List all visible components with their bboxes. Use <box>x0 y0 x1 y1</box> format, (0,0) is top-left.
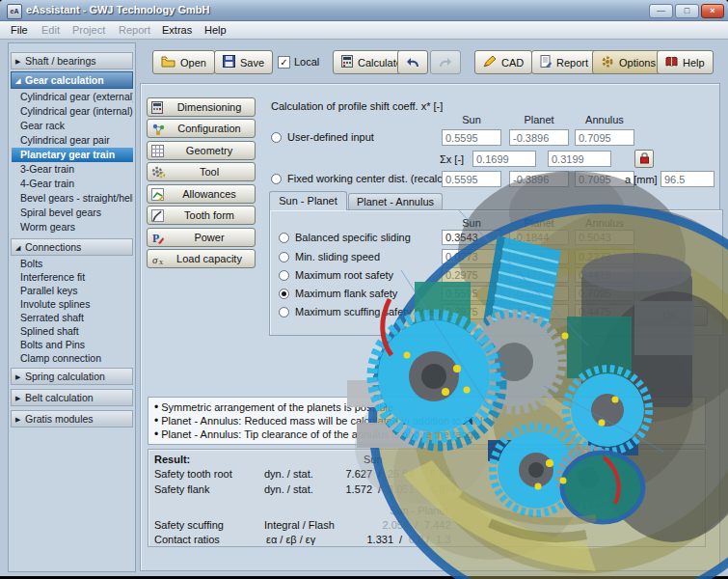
max-root-safety-radio[interactable] <box>279 270 289 281</box>
min-sliding-sun-field[interactable] <box>442 249 501 264</box>
load-capacity-button[interactable]: σxLoad capacity <box>147 249 256 268</box>
balanced-sun-field[interactable] <box>442 230 501 245</box>
tool-button[interactable]: Tool <box>147 162 256 181</box>
sidebar-item-planetary-gear-train[interactable]: Planetary gear train <box>12 148 133 162</box>
result-value: 7.627 <box>332 468 372 480</box>
max-flank-annulus-field[interactable] <box>575 286 634 301</box>
svg-text:x: x <box>159 258 163 265</box>
min-sliding-annulus-field[interactable] <box>575 249 634 264</box>
help-button[interactable]: Help <box>657 50 714 74</box>
tooth-form-button[interactable]: Tooth form <box>147 206 256 225</box>
sidebar-section-connections[interactable]: ◢Connections <box>11 238 133 256</box>
sidebar-item-spiral-bevel-gears[interactable]: Spiral bevel gears <box>12 206 133 220</box>
grid-header-annulus: Annulus <box>575 217 634 229</box>
max-root-sun-field[interactable] <box>442 267 501 283</box>
user-defined-input-radio[interactable] <box>271 132 282 143</box>
separator: / <box>415 519 418 531</box>
dimensioning-button[interactable]: Dimensioning <box>147 97 256 117</box>
chevron-right-icon: ▶ <box>15 370 25 385</box>
redo-button <box>430 50 461 74</box>
close-button[interactable]: × <box>701 4 724 18</box>
max-scuffing-annulus-field[interactable] <box>575 304 634 319</box>
sidebar-item-cylindrical-gear-pair[interactable]: Cylindrical gear pair <box>12 133 133 148</box>
menu-file[interactable]: File <box>6 23 33 37</box>
user-defined-sun-field[interactable] <box>442 129 501 146</box>
cad-button[interactable]: CAD <box>474 50 532 74</box>
sidebar-section-belt-calculation[interactable]: ▶Belt calculation <box>11 389 133 406</box>
sidebar-item-3-gear-train[interactable]: 3-Gear train <box>12 162 133 177</box>
sidebar-item-bolts[interactable]: Bolts <box>12 257 133 271</box>
max-root-annulus-field[interactable] <box>575 267 634 283</box>
user-defined-planet-field[interactable] <box>509 129 569 146</box>
open-button[interactable]: Open <box>152 50 215 74</box>
sidebar-item-serrated-shaft[interactable]: Serrated shaft <box>12 311 133 325</box>
menu-extras[interactable]: Extras <box>157 23 197 37</box>
fixed-center-dist-radio[interactable] <box>271 174 282 184</box>
max-root-planet-field[interactable] <box>509 267 569 283</box>
menu-project: Project <box>67 23 110 37</box>
sidebar-item-splined-shaft[interactable]: Splined shaft <box>12 324 133 339</box>
grid-header-sun: Sun <box>442 217 501 229</box>
max-flank-planet-field[interactable] <box>509 286 569 301</box>
sidebar-section-gratis-modules[interactable]: ▶Gratis modules <box>11 410 133 427</box>
lock-button[interactable] <box>634 150 654 168</box>
max-flank-sun-field[interactable] <box>442 286 501 301</box>
fixed-sun-field[interactable] <box>442 171 501 187</box>
power-button[interactable]: PPower <box>147 228 256 247</box>
column-header-planet: Planet <box>509 114 569 125</box>
sidebar-section-spring-calculation[interactable]: ▶Spring calculation <box>11 368 133 385</box>
sidebar-item-parallel-keys[interactable]: Parallel keys <box>12 284 133 298</box>
sidebar-item-bolts-and-pins[interactable]: Bolts and Pins <box>12 338 133 352</box>
sidebar-item-4-gear-train[interactable]: 4-Gear train <box>12 177 133 191</box>
min-sliding-speed-radio[interactable] <box>279 252 289 262</box>
fixed-planet-field[interactable] <box>509 171 569 187</box>
min-sliding-planet-field[interactable] <box>509 249 569 264</box>
sidebar-item-interference-fit[interactable]: Interference fit <box>12 270 133 285</box>
balanced-annulus-field[interactable] <box>575 230 634 245</box>
menu-help[interactable]: Help <box>200 23 231 37</box>
result-row-label: Contact ratios <box>154 534 220 545</box>
allowances-button[interactable]: Allowances <box>147 184 256 204</box>
geometry-button[interactable]: Geometry <box>147 141 256 160</box>
max-scuffing-safety-radio[interactable] <box>279 307 289 317</box>
tab-planet-annulus[interactable]: Planet - Annulus <box>348 193 443 210</box>
window-title: eAssistant - GWJ Technology GmbH <box>26 4 210 15</box>
open-folder-icon <box>161 55 175 69</box>
sidebar-item-clamp-connection[interactable]: Clamp connection <box>12 351 133 366</box>
center-distance-label: a [mm] <box>625 174 658 185</box>
sidebar-section-shaft-bearings[interactable]: ▶Shaft / bearings <box>11 52 133 69</box>
sidebar-item-worm-gears[interactable]: Worm gears <box>12 220 133 234</box>
minimize-button[interactable]: — <box>649 4 673 18</box>
sum-x-sun-planet-field[interactable] <box>472 151 536 167</box>
sum-x-planet-annulus-field[interactable] <box>548 151 611 167</box>
separator: / <box>399 534 402 545</box>
undo-button[interactable] <box>397 50 428 74</box>
sidebar-item-bevel-gears[interactable]: Bevel gears - straight/helical <box>12 191 133 206</box>
configuration-button[interactable]: Configuration <box>147 119 256 138</box>
user-defined-annulus-field[interactable] <box>575 129 634 146</box>
report-label: Report <box>556 57 588 69</box>
balanced-sliding-radio[interactable] <box>279 233 289 243</box>
max-root-safety-label: Maximum root safety <box>295 269 393 281</box>
local-checkbox[interactable]: ✓ <box>278 56 290 69</box>
document-icon <box>540 55 552 69</box>
sidebar-item-involute-splines[interactable]: Involute splines <box>12 297 133 312</box>
maximize-button[interactable]: □ <box>675 4 699 18</box>
center-distance-field[interactable] <box>661 171 715 187</box>
options-button[interactable]: Options <box>592 50 664 74</box>
max-scuffing-planet-field[interactable] <box>509 304 569 319</box>
sidebar-section-gear-calculation[interactable]: ◢Gear calculation <box>11 71 133 89</box>
balanced-planet-field[interactable] <box>509 230 569 245</box>
max-scuffing-sun-field[interactable] <box>442 304 501 319</box>
sidebar-item-gear-rack[interactable]: Gear rack <box>12 119 133 133</box>
ok-button[interactable]: OK <box>633 306 708 326</box>
max-flank-safety-radio[interactable] <box>279 289 289 299</box>
result-value: 25.64 <box>388 468 415 480</box>
tab-sun-planet[interactable]: Sun - Planet <box>269 191 347 210</box>
report-button[interactable]: Report <box>531 50 597 74</box>
gears-icon <box>151 165 168 179</box>
save-button[interactable]: Save <box>214 50 273 74</box>
sidebar-item-cylindrical-gear-internal[interactable]: Cylindrical gear (internal) <box>12 104 133 119</box>
sidebar-item-cylindrical-gear-external[interactable]: Cylindrical gear (external) <box>12 90 133 104</box>
user-defined-input-label: User-defined input <box>287 131 374 143</box>
